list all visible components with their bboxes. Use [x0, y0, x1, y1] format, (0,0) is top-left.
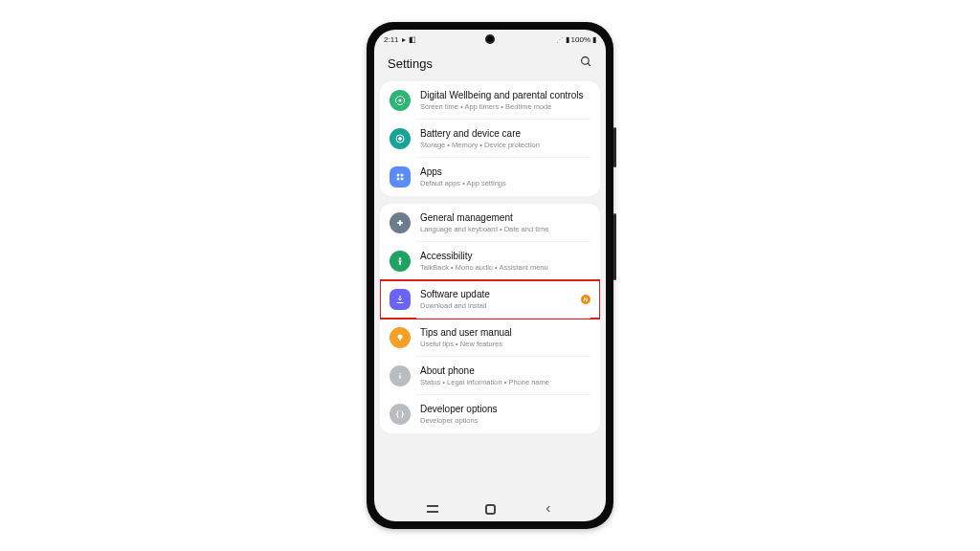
svg-rect-16	[399, 375, 401, 379]
svg-point-13	[398, 335, 403, 340]
item-title: Digital Wellbeing and parental controls	[420, 90, 590, 101]
item-subtitle: Developer options	[420, 416, 590, 425]
info-icon	[390, 365, 411, 386]
svg-line-1	[588, 63, 590, 66]
settings-item-developer[interactable]: Developer options Developer options	[380, 395, 600, 433]
status-battery-pct: 100%	[571, 35, 590, 44]
braces-icon	[390, 404, 411, 425]
page-header: Settings	[374, 49, 606, 81]
item-subtitle: Screen time • App timers • Bedtime mode	[420, 102, 590, 111]
status-wifi-icon: ⋰	[556, 35, 564, 44]
svg-point-8	[397, 178, 400, 181]
item-title: Apps	[420, 166, 590, 178]
svg-point-9	[401, 178, 404, 181]
status-card-icon: ◧	[409, 35, 416, 44]
item-title: Tips and user manual	[420, 327, 590, 339]
wellbeing-icon	[390, 90, 411, 111]
search-button[interactable]	[580, 55, 592, 72]
item-title: Accessibility	[420, 251, 590, 262]
status-video-icon: ▸	[402, 35, 406, 44]
front-camera	[485, 34, 495, 44]
navigation-bar	[374, 496, 606, 521]
nav-recent-button[interactable]	[427, 505, 438, 513]
notification-badge: N	[581, 295, 590, 304]
care-icon	[390, 128, 411, 149]
download-icon	[390, 289, 411, 310]
phone-frame: 2:11 ▸ ◧ ⋰ ▮ 100% ▮ Settings	[367, 22, 613, 529]
nav-home-button[interactable]	[485, 504, 496, 515]
settings-item-apps[interactable]: Apps Default apps • App settings	[380, 158, 600, 196]
svg-point-0	[582, 57, 590, 65]
status-signal-icon: ▮	[566, 35, 569, 44]
settings-group: Digital Wellbeing and parental controls …	[380, 81, 600, 196]
person-icon	[390, 251, 411, 272]
settings-item-software-update[interactable]: Software update Download and install N	[380, 280, 600, 319]
svg-point-7	[401, 174, 404, 177]
item-title: Battery and device care	[420, 128, 590, 140]
item-subtitle: Language and keyboard • Date and time	[420, 225, 590, 233]
settings-item-wellbeing[interactable]: Digital Wellbeing and parental controls …	[380, 81, 600, 120]
settings-item-about[interactable]: About phone Status • Legal information •…	[380, 357, 600, 395]
item-title: Software update	[420, 289, 575, 300]
settings-item-battery[interactable]: Battery and device care Storage • Memory…	[380, 120, 600, 158]
svg-point-12	[399, 257, 402, 260]
page-title: Settings	[388, 56, 433, 71]
settings-content[interactable]: Digital Wellbeing and parental controls …	[374, 81, 606, 496]
svg-rect-14	[399, 340, 401, 342]
item-subtitle: Download and install	[420, 301, 575, 310]
nav-back-button[interactable]	[544, 500, 553, 518]
settings-item-general[interactable]: General management Language and keyboard…	[380, 204, 600, 242]
item-title: About phone	[420, 365, 590, 377]
status-time: 2:11	[384, 35, 399, 44]
item-subtitle: TalkBack • Mono audio • Assistant menu	[420, 263, 590, 272]
screen: 2:11 ▸ ◧ ⋰ ▮ 100% ▮ Settings	[374, 30, 606, 521]
svg-point-6	[397, 174, 400, 177]
gear-icon	[390, 212, 411, 233]
bulb-icon	[390, 327, 411, 348]
item-title: Developer options	[420, 404, 590, 415]
svg-point-15	[399, 373, 401, 375]
apps-icon	[390, 166, 411, 187]
power-button	[613, 213, 616, 280]
item-subtitle: Useful tips • New features	[420, 340, 590, 348]
battery-icon: ▮	[592, 35, 596, 44]
item-subtitle: Storage • Memory • Device protection	[420, 141, 590, 149]
svg-point-5	[399, 138, 402, 141]
settings-item-accessibility[interactable]: Accessibility TalkBack • Mono audio • As…	[380, 242, 600, 280]
settings-group: General management Language and keyboard…	[380, 204, 600, 433]
volume-button	[613, 127, 616, 167]
item-title: General management	[420, 212, 590, 224]
settings-item-tips[interactable]: Tips and user manual Useful tips • New f…	[380, 319, 600, 357]
svg-point-3	[399, 99, 402, 102]
svg-rect-11	[399, 220, 401, 226]
item-subtitle: Status • Legal information • Phone name	[420, 378, 590, 386]
item-subtitle: Default apps • App settings	[420, 179, 590, 187]
